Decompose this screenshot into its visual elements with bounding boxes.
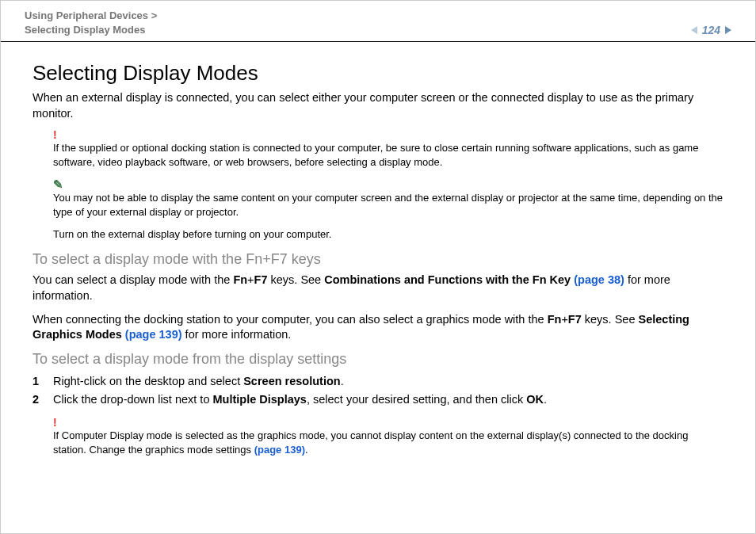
warning2-b: . [305,444,308,456]
steps-list: 1 Right-click on the desktop and select … [32,372,724,409]
page-header: Using Peripheral Devices > Selecting Dis… [1,1,755,42]
step-1: 1 Right-click on the desktop and select … [32,372,724,391]
p2-plus: + [561,313,567,326]
intro-paragraph: When an external display is connected, y… [32,90,724,121]
step-1-bold: Screen resolution [243,375,340,387]
breadcrumb-line1: Using Peripheral Devices > [25,9,157,23]
page-number-nav: 124 [691,24,731,36]
warning2-a: If Computer Display mode is selected as … [53,429,688,456]
step-2-number: 2 [32,391,53,409]
page-number: 124 [702,24,720,36]
step-2-bold1: Multiple Displays [212,393,306,406]
p2-text-a: When connecting the docking station to y… [32,313,548,326]
prev-page-icon[interactable] [691,26,697,34]
step-1-a: Right-click on the desktop and select [53,375,243,387]
step-2-c: , select your desired setting, and then … [307,393,526,406]
breadcrumb: Using Peripheral Devices > Selecting Dis… [25,9,157,36]
link-page-38[interactable]: (page 38) [574,273,624,286]
step-2: 2 Click the drop-down list next to Multi… [32,391,724,409]
step-2-e: . [544,393,547,406]
page-title: Selecting Display Modes [32,61,724,86]
warning-icon-2: ! [53,417,724,428]
warning-note-1: ! If the supplied or optional docking st… [53,129,724,169]
warning-text-1: If the supplied or optional docking stat… [53,141,724,169]
p2-text-b: keys. See [582,313,639,326]
subheading-2: To select a display mode from the displa… [32,351,724,368]
step-2-bold2: OK [526,393,544,406]
paragraph-2: When connecting the docking station to y… [32,312,724,343]
p2-text-c: for more information. [182,328,292,341]
plain-note: Turn on the external display before turn… [53,228,724,240]
warning-text-2: If Computer Display mode is selected as … [53,429,724,456]
link-page-139-a[interactable]: (page 139) [125,328,182,341]
page-content: Selecting Display Modes When an external… [1,42,755,456]
p1-f7-key: F7 [254,273,268,286]
memo-note: ✎ You may not be able to display the sam… [53,178,724,219]
link-page-139-b[interactable]: (page 139) [254,444,305,456]
p1-ref-bold: Combinations and Functions with the Fn K… [324,273,574,286]
paragraph-1: You can select a display mode with the F… [32,273,724,303]
breadcrumb-line2: Selecting Display Modes [25,23,157,37]
p2-fn-key: Fn [548,313,562,326]
step-1-number: 1 [32,372,53,391]
step-2-text: Click the drop-down list next to Multipl… [53,391,547,409]
warning-note-2: ! If Computer Display mode is selected a… [53,417,724,456]
memo-icon: ✎ [53,178,724,190]
next-page-icon[interactable] [725,26,731,34]
p1-text-a: You can select a display mode with the [32,273,233,286]
memo-text: You may not be able to display the same … [53,191,724,219]
p2-f7-key: F7 [568,313,582,326]
document-page: Using Peripheral Devices > Selecting Dis… [0,0,756,534]
p1-plus: + [247,273,254,286]
step-1-c: . [341,375,344,387]
p1-fn-key: Fn [233,273,247,286]
p1-text-b: keys. See [267,273,324,286]
step-1-text: Right-click on the desktop and select Sc… [53,372,344,391]
step-2-a: Click the drop-down list next to [53,393,212,406]
subheading-1: To select a display mode with the Fn+F7 … [32,251,724,268]
warning-icon: ! [53,129,724,140]
